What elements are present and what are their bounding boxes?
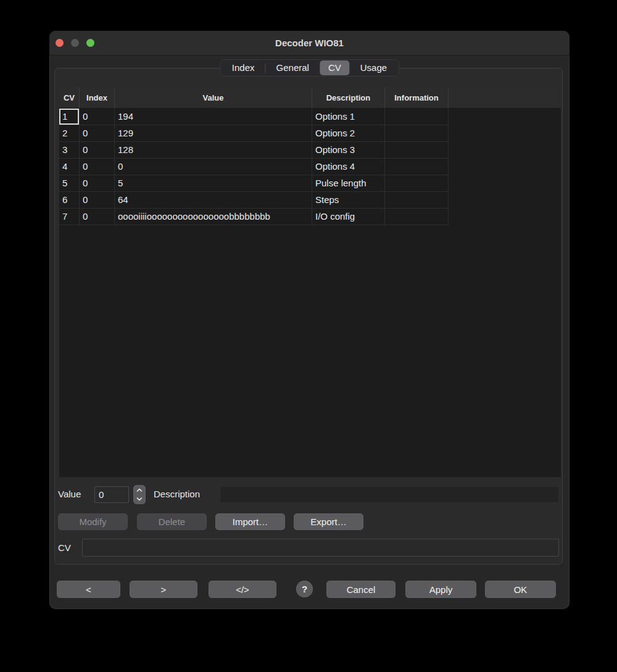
ok-button[interactable]: OK [485, 581, 556, 598]
table-cell-information[interactable] [385, 192, 449, 209]
column-header-description: Description [312, 88, 385, 108]
column-header-information: Information [385, 88, 449, 108]
modify-button[interactable]: Modify [58, 513, 128, 530]
column-header-value: Value [115, 88, 312, 108]
table-row[interactable]: 4 0 0 Options 4 [59, 159, 561, 175]
table-cell-value[interactable]: 129 [115, 125, 312, 142]
title-bar[interactable]: Decoder WIO81 [49, 31, 569, 56]
table-cell-cv[interactable]: 2 [59, 125, 80, 142]
zoom-button[interactable] [86, 39, 94, 47]
traffic-lights [56, 39, 94, 47]
cv-label: CV [58, 542, 71, 553]
delete-button[interactable]: Delete [137, 513, 207, 530]
decoder-dialog-window: Decoder WIO81 Index General CV Usage CV … [49, 31, 569, 609]
code-view-button[interactable]: </> [209, 581, 276, 598]
minimize-button [71, 39, 79, 47]
next-button[interactable]: > [130, 581, 197, 598]
table-cell-value[interactable]: 194 [115, 109, 312, 125]
table-cell-value[interactable]: 64 [115, 192, 312, 209]
previous-button[interactable]: < [57, 581, 120, 598]
table-cell-value[interactable]: 0 [115, 159, 312, 175]
table-cell-index[interactable]: 0 [80, 159, 115, 175]
table-cell-index[interactable]: 0 [80, 209, 115, 225]
table-row[interactable]: 7 0 ooooiiiioooooooooooooooobbbbbbbb I/O… [59, 209, 561, 225]
table-cell-index[interactable]: 0 [80, 109, 115, 125]
column-header-filler [449, 88, 561, 108]
stepper-down-icon[interactable] [133, 495, 146, 505]
table-cell-cv[interactable]: 3 [59, 142, 80, 159]
cv-table: CV Index Value Description Information 1… [59, 88, 561, 477]
table-row[interactable]: 1 0 194 Options 1 [59, 109, 561, 125]
table-cell-description[interactable]: Options 4 [312, 159, 385, 175]
table-cell-information[interactable] [385, 159, 449, 175]
table-cell-description[interactable]: Options 2 [312, 125, 385, 142]
table-cell-description[interactable]: Options 1 [312, 109, 385, 125]
help-button[interactable]: ? [296, 581, 313, 597]
column-header-index: Index [80, 88, 115, 108]
window-title: Decoder WIO81 [49, 31, 569, 56]
table-cell-value[interactable]: ooooiiiioooooooooooooooobbbbbbbb [115, 209, 312, 225]
apply-button[interactable]: Apply [405, 581, 476, 598]
export-button[interactable]: Export… [294, 513, 363, 530]
tab-general[interactable]: General [266, 60, 320, 75]
stepper-up-icon[interactable] [133, 485, 146, 495]
import-button[interactable]: Import… [215, 513, 285, 530]
cv-input[interactable] [82, 539, 559, 557]
table-cell-cv[interactable]: 1 [59, 109, 80, 125]
table-cell-index[interactable]: 0 [80, 175, 115, 192]
table-cell-index[interactable]: 0 [80, 192, 115, 209]
tab-bar: Index General CV Usage [220, 59, 399, 77]
description-label: Description [154, 489, 200, 499]
table-cell-value[interactable]: 128 [115, 142, 312, 159]
value-input[interactable] [94, 486, 129, 503]
close-button[interactable] [56, 39, 64, 47]
column-header-cv: CV [59, 88, 80, 108]
table-cell-description[interactable]: Options 3 [312, 142, 385, 159]
tab-index[interactable]: Index [222, 60, 265, 75]
screen-background: Decoder WIO81 Index General CV Usage CV … [0, 0, 617, 672]
table-cell-value[interactable]: 5 [115, 175, 312, 192]
table-cell-index[interactable]: 0 [80, 125, 115, 142]
cancel-button[interactable]: Cancel [326, 581, 395, 598]
value-stepper [133, 485, 146, 504]
table-cell-information[interactable] [385, 142, 449, 159]
table-row[interactable]: 5 0 5 Pulse length [59, 175, 561, 192]
table-cell-cv[interactable]: 7 [59, 209, 80, 225]
description-input[interactable] [220, 486, 559, 503]
table-cell-cv[interactable]: 5 [59, 175, 80, 192]
table-row[interactable]: 3 0 128 Options 3 [59, 142, 561, 159]
table-cell-description[interactable]: Steps [312, 192, 385, 209]
table-cell-cv[interactable]: 6 [59, 192, 80, 209]
table-row[interactable]: 6 0 64 Steps [59, 192, 561, 209]
cv-group-box: CV Index Value Description Information 1… [54, 68, 563, 565]
table-cell-information[interactable] [385, 175, 449, 192]
tab-cv[interactable]: CV [320, 60, 350, 75]
table-cell-information[interactable] [385, 125, 449, 142]
table-cell-cv[interactable]: 4 [59, 159, 80, 175]
table-cell-index[interactable]: 0 [80, 142, 115, 159]
tab-usage[interactable]: Usage [350, 60, 397, 75]
table-cell-description[interactable]: I/O config [312, 209, 385, 225]
table-header: CV Index Value Description Information [59, 88, 561, 109]
table-cell-information[interactable] [385, 209, 449, 225]
table-row[interactable]: 2 0 129 Options 2 [59, 125, 561, 142]
table-cell-description[interactable]: Pulse length [312, 175, 385, 192]
table-cell-information[interactable] [385, 109, 449, 125]
value-label: Value [58, 489, 81, 499]
